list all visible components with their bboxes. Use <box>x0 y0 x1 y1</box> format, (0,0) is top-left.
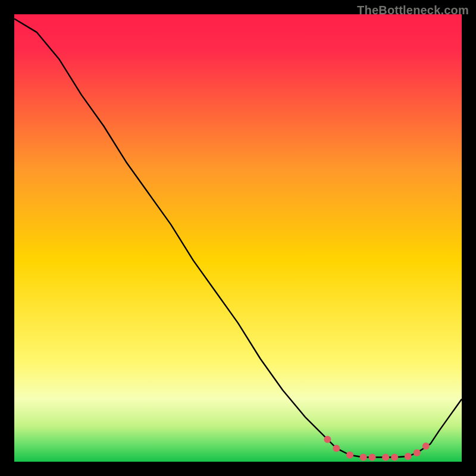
optimum-marker <box>346 452 353 459</box>
optimum-marker <box>333 444 340 452</box>
optimum-marker <box>414 449 421 456</box>
optimum-marker <box>382 454 389 461</box>
optimum-marker <box>391 454 398 461</box>
optimum-marker <box>324 436 331 443</box>
chart-container: TheBottleneck.com <box>0 0 476 476</box>
watermark-label: TheBottleneck.com <box>357 4 469 17</box>
chart-svg <box>0 0 476 476</box>
optimum-marker <box>422 443 430 450</box>
optimum-marker <box>360 454 367 461</box>
plot-bg <box>14 14 462 462</box>
optimum-marker <box>369 454 376 461</box>
optimum-marker <box>405 453 412 460</box>
